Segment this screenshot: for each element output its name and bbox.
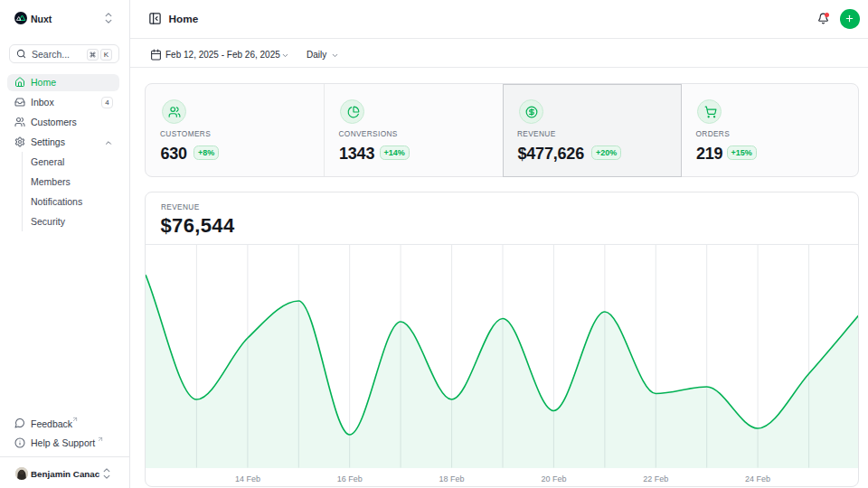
svg-text:22 Feb: 22 Feb [643, 474, 668, 483]
svg-text:16 Feb: 16 Feb [337, 474, 363, 483]
svg-text:24 Feb: 24 Feb [745, 474, 770, 483]
svg-text:18 Feb: 18 Feb [439, 474, 465, 483]
svg-text:14 Feb: 14 Feb [235, 474, 260, 483]
svg-text:20 Feb: 20 Feb [541, 474, 566, 483]
